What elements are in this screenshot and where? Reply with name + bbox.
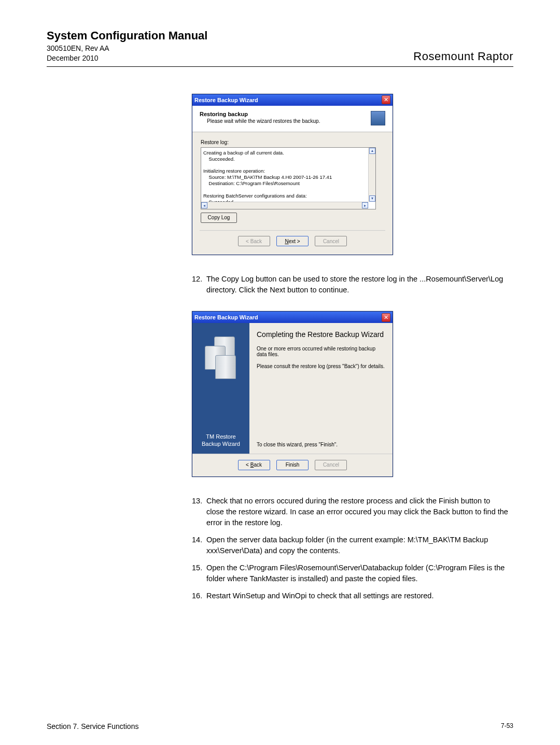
titlebar: Restore Backup Wizard ✕ <box>192 312 393 323</box>
step-number: 15. <box>192 563 206 584</box>
product-name: Rosemount Raptor <box>413 50 513 63</box>
step-text: Open the C:\Program Files\Rosemount\Serv… <box>206 563 508 584</box>
step-14: 14. Open the server data backup folder (… <box>192 535 508 556</box>
step-number: 14. <box>192 535 206 556</box>
close-icon[interactable]: ✕ <box>382 313 390 322</box>
header-left: System Configuration Manual 300510EN, Re… <box>47 29 207 63</box>
restore-log-content: Creating a backup of all current data. S… <box>201 148 375 209</box>
scroll-up-icon[interactable]: ▴ <box>369 148 375 154</box>
scroll-down-icon[interactable]: ▾ <box>369 195 375 202</box>
wizard-header-panel: Restoring backup Please wait while the w… <box>192 106 393 132</box>
horizontal-scrollbar[interactable]: ◂ ▸ <box>201 202 368 209</box>
consult-message: Please consult the restore log (press "B… <box>257 363 385 369</box>
tanks-illustration <box>203 333 239 380</box>
restore-backup-wizard-dialog-final: Restore Backup Wizard ✕ TM RestoreBackup… <box>192 311 393 477</box>
finish-button[interactable]: Finish <box>276 460 309 470</box>
step-number: 12. <box>192 274 206 296</box>
vertical-scrollbar[interactable]: ▴ ▾ <box>368 148 375 202</box>
step-text: Check that no errors occured during the … <box>206 496 508 528</box>
doc-date: December 2010 <box>47 53 207 63</box>
close-instruction: To close this wizard, press "Finish". <box>257 442 385 447</box>
step-text: Open the server data backup folder (in t… <box>206 535 508 556</box>
section-label: Section 7. Service Functions <box>47 722 138 730</box>
wizard-sidebar: TM RestoreBackup Wizard <box>192 323 249 454</box>
back-button[interactable]: < Back <box>238 460 270 470</box>
page-header: System Configuration Manual 300510EN, Re… <box>47 29 513 67</box>
scroll-right-icon[interactable]: ▸ <box>362 202 368 208</box>
step-13: 13. Check that no errors occured during … <box>192 496 508 528</box>
wizard-step-title: Restoring backup <box>200 111 320 117</box>
cancel-button: Cancel <box>315 460 347 470</box>
window-title: Restore Backup Wizard <box>194 97 258 103</box>
wizard-step-subtitle: Please wait while the wizard restores th… <box>207 118 320 124</box>
page-number: 7-53 <box>501 722 513 730</box>
wizard-sidebar-caption: TM RestoreBackup Wizard <box>202 433 240 448</box>
restore-log-textarea[interactable]: Creating a backup of all current data. S… <box>201 147 376 209</box>
close-icon[interactable]: ✕ <box>382 95 390 104</box>
tank-icon <box>215 355 236 379</box>
window-title: Restore Backup Wizard <box>194 314 258 320</box>
step-16: 16. Restart WinSetup and WinOpi to check… <box>192 591 508 601</box>
wizard-content-panel: Completing the Restore Backup Wizard One… <box>249 323 393 454</box>
divider <box>200 230 385 231</box>
doc-title: System Configuration Manual <box>47 29 207 43</box>
copy-log-button[interactable]: Copy Log <box>201 213 237 223</box>
step-text: The Copy Log button can be used to store… <box>206 274 508 296</box>
titlebar: Restore Backup Wizard ✕ <box>192 94 393 106</box>
back-button: < Back <box>238 236 270 246</box>
cancel-button: Cancel <box>315 236 347 246</box>
step-number: 13. <box>192 496 206 528</box>
disk-icon <box>371 111 385 125</box>
step-15: 15. Open the C:\Program Files\Rosemount\… <box>192 563 508 584</box>
next-button-text: ext > <box>289 238 300 244</box>
next-button[interactable]: Next > <box>276 236 309 246</box>
step-12: 12. The Copy Log button can be used to s… <box>192 274 508 296</box>
restore-log-label: Restore log: <box>201 139 384 145</box>
step-text: Restart WinSetup and WinOpi to check tha… <box>206 591 508 601</box>
step-number: 16. <box>192 591 206 601</box>
restore-backup-wizard-dialog-step: Restore Backup Wizard ✕ Restoring backup… <box>192 94 393 256</box>
completion-title: Completing the Restore Backup Wizard <box>257 330 385 339</box>
page-footer: Section 7. Service Functions 7-53 <box>47 722 513 730</box>
doc-id: 300510EN, Rev AA <box>47 44 207 53</box>
error-message: One or more errors occurred while restor… <box>257 346 385 357</box>
steps-list: 13. Check that no errors occured during … <box>192 496 508 601</box>
scroll-left-icon[interactable]: ◂ <box>201 202 207 208</box>
